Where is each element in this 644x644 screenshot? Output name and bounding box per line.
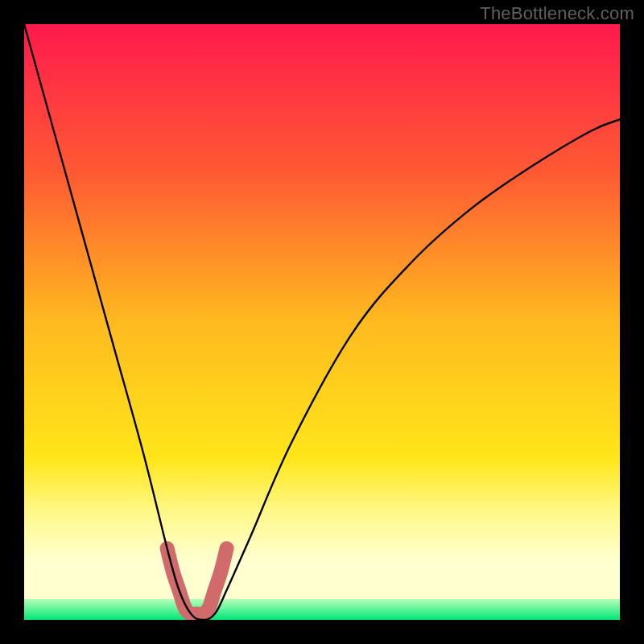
watermark-text: TheBottleneck.com xyxy=(480,3,634,24)
chart-frame xyxy=(24,24,620,620)
background-gradient xyxy=(24,24,620,620)
green-zone-band xyxy=(24,599,620,620)
